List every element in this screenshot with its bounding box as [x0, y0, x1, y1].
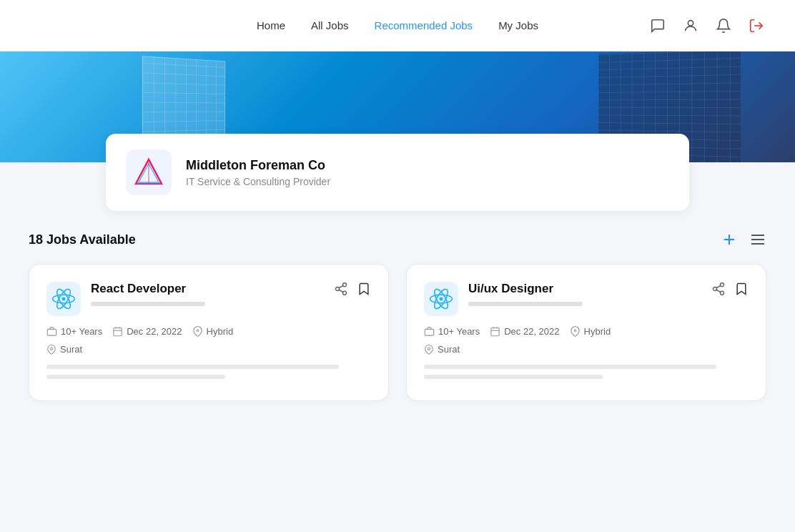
job-title-bar-1: [468, 302, 583, 306]
svg-point-0: [688, 20, 693, 25]
desc-line-2-1: [424, 375, 603, 379]
svg-line-18: [339, 290, 343, 292]
job-worktype-1: Hybrid: [570, 326, 611, 337]
job-worktype-0: Hybrid: [192, 326, 234, 337]
bookmark-icon-1[interactable]: [734, 282, 749, 296]
add-job-button[interactable]: [721, 231, 738, 248]
job-date-1: Dec 22, 2022: [490, 326, 559, 337]
job-meta-0: 10+ Years Dec 22, 2022: [46, 326, 371, 337]
nav-links: Home All Jobs Recommended Jobs My Jobs: [257, 19, 538, 31]
desc-line-1-1: [424, 365, 716, 369]
experience-text-0: 10+ Years: [61, 326, 102, 337]
navbar: Home All Jobs Recommended Jobs My Jobs: [0, 0, 795, 51]
bookmark-icon-0[interactable]: [357, 282, 371, 296]
jobs-header: 18 Jobs Available: [29, 231, 766, 248]
logout-icon[interactable]: [746, 16, 766, 36]
chat-icon[interactable]: [648, 16, 668, 36]
date-text-0: Dec 22, 2022: [127, 326, 182, 337]
job-date-0: Dec 22, 2022: [112, 326, 182, 337]
job-logo-1: [424, 282, 458, 316]
svg-point-16: [336, 287, 340, 291]
nav-my-jobs[interactable]: My Jobs: [498, 19, 538, 31]
job-card-actions-0: [334, 282, 371, 296]
job-location-1: Surat: [424, 344, 749, 355]
job-meta-1: 10+ Years Dec 22, 2022: [424, 326, 749, 337]
experience-text-1: 10+ Years: [438, 326, 480, 337]
svg-point-25: [197, 330, 199, 332]
job-title-area-0: React Developer: [91, 282, 324, 306]
nav-recommended-jobs[interactable]: Recommended Jobs: [375, 19, 473, 31]
svg-point-14: [61, 297, 65, 300]
jobs-actions: [721, 231, 766, 248]
svg-line-19: [339, 285, 343, 287]
company-info: Middleton Foreman Co IT Service & Consul…: [186, 158, 330, 187]
svg-line-35: [716, 285, 721, 287]
svg-line-34: [716, 290, 721, 292]
job-title-area-1: Ui/ux Designer: [468, 282, 701, 306]
job-title-0: React Developer: [91, 282, 324, 296]
job-title-bar-0: [91, 302, 205, 306]
bell-icon[interactable]: [713, 16, 734, 36]
job-card-header-0: React Developer: [46, 282, 371, 316]
job-card-0[interactable]: React Developer: [29, 264, 389, 401]
svg-point-33: [721, 291, 724, 295]
desc-line-2-0: [46, 375, 225, 379]
date-text-1: Dec 22, 2022: [504, 326, 559, 337]
share-icon-0[interactable]: [334, 282, 348, 296]
svg-rect-36: [425, 329, 434, 335]
job-logo-0: [46, 282, 81, 316]
svg-point-30: [439, 297, 443, 300]
main-content: 18 Jobs Available: [0, 211, 795, 421]
job-card-1[interactable]: Ui/ux Designer: [406, 264, 766, 401]
svg-point-31: [721, 283, 724, 287]
svg-point-17: [343, 291, 347, 295]
desc-line-1-0: [46, 365, 339, 369]
job-cards-grid: React Developer: [29, 264, 766, 401]
job-card-actions-1: [711, 282, 749, 296]
nav-all-jobs[interactable]: All Jobs: [311, 19, 349, 31]
job-card-header-1: Ui/ux Designer: [424, 282, 749, 316]
job-experience-1: 10+ Years: [424, 326, 480, 337]
svg-point-41: [574, 330, 576, 332]
worktype-text-1: Hybrid: [584, 326, 611, 337]
jobs-count: 18 Jobs Available: [29, 232, 136, 247]
location-text-0: Surat: [60, 344, 82, 355]
user-icon[interactable]: [681, 16, 701, 36]
nav-icons-group: [648, 16, 766, 36]
job-experience-0: 10+ Years: [46, 326, 102, 337]
svg-rect-37: [491, 328, 499, 336]
svg-point-26: [50, 348, 53, 350]
company-name: Middleton Foreman Co: [186, 158, 330, 173]
svg-point-32: [713, 287, 717, 291]
svg-point-42: [428, 348, 430, 350]
svg-point-15: [343, 283, 347, 287]
worktype-text-0: Hybrid: [207, 326, 234, 337]
location-text-1: Surat: [438, 344, 460, 355]
company-card: Middleton Foreman Co IT Service & Consul…: [106, 134, 689, 211]
job-title-1: Ui/ux Designer: [468, 282, 701, 296]
svg-rect-21: [114, 328, 122, 336]
company-logo: [126, 149, 172, 195]
job-location-0: Surat: [46, 344, 371, 355]
company-subtitle: IT Service & Consulting Provider: [186, 176, 330, 187]
share-icon-1[interactable]: [711, 282, 726, 296]
list-view-button[interactable]: [749, 231, 766, 248]
nav-home[interactable]: Home: [257, 19, 285, 31]
svg-rect-20: [47, 329, 56, 335]
